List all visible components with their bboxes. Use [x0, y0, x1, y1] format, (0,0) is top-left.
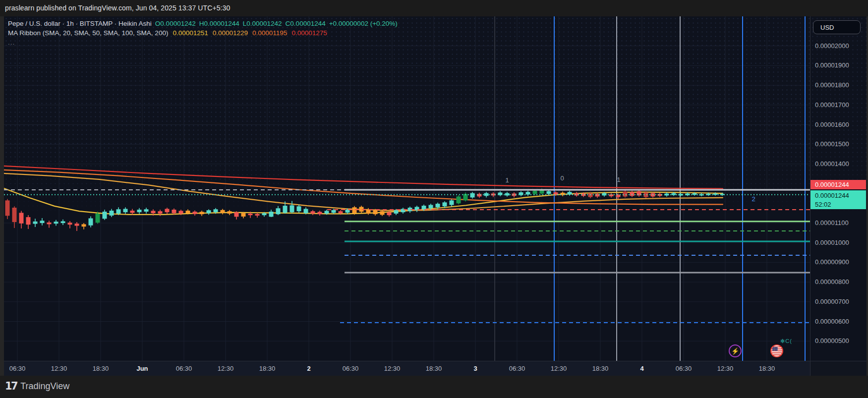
candle-body[interactable]	[214, 209, 218, 212]
lightning-bolt-icon: ⚡	[731, 347, 739, 355]
bar-countdown: 52:02	[815, 200, 866, 209]
lightning-emoji-icon[interactable]: ⚡	[729, 344, 742, 357]
candle-body[interactable]	[429, 205, 433, 208]
candle-body[interactable]	[137, 210, 142, 212]
candle-body[interactable]	[533, 191, 537, 194]
candle-body[interactable]	[123, 209, 128, 212]
candle-body[interactable]	[26, 217, 31, 225]
candle-body[interactable]	[387, 212, 392, 215]
candle-body[interactable]	[47, 223, 52, 225]
legend-ellipsis[interactable]: ...	[8, 39, 15, 46]
chart-text-marker[interactable]: 2	[752, 195, 755, 203]
candle-body[interactable]	[116, 209, 121, 214]
candle-body[interactable]	[457, 196, 461, 203]
candle-body[interactable]	[234, 212, 239, 217]
candle-body[interactable]	[450, 200, 454, 205]
candle-body[interactable]	[526, 192, 530, 194]
candle-body[interactable]	[54, 222, 58, 224]
candle-body[interactable]	[61, 221, 65, 223]
candle-body[interactable]	[470, 193, 475, 198]
candle-body[interactable]	[40, 221, 45, 223]
candle-body[interactable]	[332, 210, 336, 213]
candle-body[interactable]	[262, 213, 267, 215]
sma-200-line[interactable]	[4, 166, 723, 189]
axis-corner	[810, 361, 867, 376]
price-axis-label: 0.00001400	[815, 160, 849, 168]
candle-body[interactable]	[283, 206, 288, 213]
time-axis-label: 06:30	[176, 365, 192, 372]
chart-canvas[interactable]: 1012 Pepe / U.S. dollar · 1h · BITSTAMP …	[4, 16, 810, 361]
candle-body[interactable]	[547, 191, 551, 194]
candle-body[interactable]	[89, 218, 93, 225]
candle-body[interactable]	[110, 211, 114, 216]
candle-body[interactable]	[373, 210, 378, 214]
symbol-legend-row[interactable]: Pepe / U.S. dollar · 1h · BITSTAMP · Hei…	[8, 19, 398, 28]
candle-body[interactable]	[172, 210, 176, 213]
candle-body[interactable]	[186, 211, 190, 213]
candle-body[interactable]	[304, 209, 308, 213]
candle-body[interactable]	[352, 207, 357, 213]
us-flag-emoji-icon[interactable]	[770, 344, 783, 357]
candle-body[interactable]	[290, 205, 294, 212]
chart-text-marker[interactable]: 1	[505, 176, 509, 184]
candle-body[interactable]	[75, 224, 79, 226]
candle-body[interactable]	[130, 211, 135, 213]
teal-doodle-icon[interactable]: ✻C(	[780, 338, 792, 344]
chart-text-marker[interactable]: 0	[560, 174, 564, 182]
candle-body[interactable]	[207, 210, 211, 213]
candle-body[interactable]	[19, 213, 24, 223]
price-axis-label: 0.00001500	[815, 140, 849, 148]
candle-body[interactable]	[33, 222, 38, 224]
candle-body[interactable]	[422, 206, 426, 209]
candle-body[interactable]	[144, 209, 149, 212]
candle-body[interactable]	[179, 211, 183, 214]
candle-body[interactable]	[394, 210, 399, 214]
candle-body[interactable]	[165, 209, 170, 212]
time-axis[interactable]: 06:3012:3018:30Jun06:3012:3018:30206:301…	[4, 361, 810, 376]
candle-body[interactable]	[255, 214, 260, 216]
currency-toggle-button[interactable]: USD	[813, 20, 861, 34]
candle-body[interactable]	[269, 212, 274, 217]
candle-body[interactable]	[68, 223, 72, 225]
price-axis-label: 0.00000900	[815, 258, 849, 266]
candle-body[interactable]	[12, 208, 17, 222]
candle-body[interactable]	[623, 191, 628, 196]
candle-body[interactable]	[436, 204, 440, 207]
symbol-title[interactable]: Pepe / U.S. dollar · 1h · BITSTAMP · Hei…	[8, 20, 152, 27]
candle-body[interactable]	[276, 208, 281, 214]
candle-body[interactable]	[96, 214, 100, 223]
ohlc-change: +0.00000002 (+0.20%)	[329, 20, 398, 27]
ma-ribbon-sma200-value: 0.00001275	[291, 29, 327, 37]
candle-body[interactable]	[193, 212, 197, 214]
time-axis-label: 18:30	[93, 365, 109, 372]
legend-more-row[interactable]: ...	[8, 38, 398, 47]
ma-ribbon-label[interactable]: MA Ribbon (SMA, 20, SMA, 50, SMA, 100, S…	[8, 29, 168, 37]
candle-body[interactable]	[241, 213, 246, 217]
tradingview-logo[interactable]: 17 TradingView	[5, 380, 69, 392]
candle-body[interactable]	[228, 211, 232, 214]
candle-body[interactable]	[200, 212, 204, 214]
ma-ribbon-legend-row[interactable]: MA Ribbon (SMA, 20, SMA, 50, SMA, 100, S…	[8, 28, 398, 38]
candle-body[interactable]	[311, 211, 315, 214]
candle-body[interactable]	[221, 210, 225, 213]
candle-body[interactable]	[325, 211, 329, 214]
candle-body[interactable]	[318, 212, 322, 214]
candle-body[interactable]	[158, 211, 163, 214]
candle-body[interactable]	[380, 211, 385, 215]
chart-text-marker[interactable]: 1	[617, 176, 620, 183]
time-axis-label: 18:30	[426, 365, 442, 372]
candle-body[interactable]	[630, 192, 635, 196]
candle-body[interactable]	[443, 202, 447, 206]
candle-body[interactable]	[103, 212, 107, 219]
candle-body[interactable]	[568, 192, 572, 194]
time-axis-label: 12:30	[51, 365, 67, 372]
candle-body[interactable]	[248, 214, 253, 215]
price-axis[interactable]: USD 0.00001244 0.00001244 52:02 0.000020…	[810, 16, 867, 361]
candle-body[interactable]	[339, 211, 343, 213]
candle-body[interactable]	[5, 200, 10, 216]
price-chart-svg[interactable]: 1012	[4, 16, 810, 361]
candle-body[interactable]	[151, 211, 156, 213]
candle-body[interactable]	[82, 224, 86, 227]
candle-body[interactable]	[297, 206, 301, 211]
time-axis-label: 12:30	[218, 365, 234, 372]
